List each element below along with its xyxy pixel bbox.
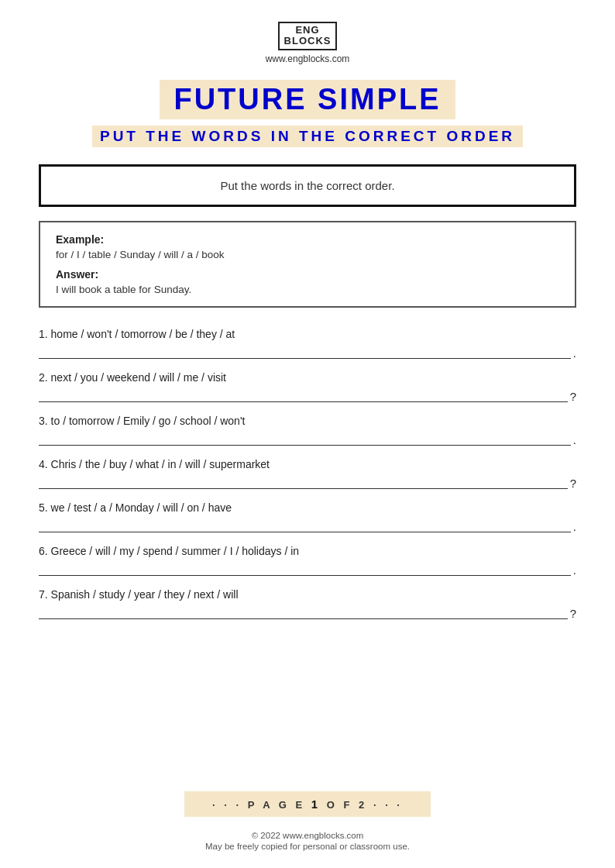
question-text-5: 5. we / test / a / Monday / will / on / …: [39, 501, 576, 514]
logo-line2: BLOCKS: [284, 36, 332, 46]
answer-line-1[interactable]: [39, 345, 571, 359]
main-title: FUTURE SIMPLE: [160, 80, 455, 119]
sub-title: PUT THE WORDS IN THE CORRECT ORDER: [92, 126, 523, 147]
answer-label: Answer:: [56, 268, 559, 281]
answer-text: I will book a table for Sunday.: [56, 284, 559, 295]
page-prefix: · · · P A G E: [212, 799, 305, 811]
example-label: Example:: [56, 233, 559, 246]
logo: ENG BLOCKS: [278, 22, 338, 50]
punctuation-4: ?: [570, 477, 576, 490]
page-current: 1: [311, 797, 321, 811]
punctuation-1: .: [573, 346, 576, 360]
answer-line-2[interactable]: [39, 388, 568, 402]
answer-line-7[interactable]: [39, 605, 568, 619]
logo-area: ENG BLOCKS www.engblocks.com: [266, 22, 350, 64]
answer-line-3[interactable]: [39, 432, 571, 446]
question-text-4: 4. Chris / the / buy / what / in / will …: [39, 458, 576, 470]
question-item: 7. Spanish / study / year / they / next …: [39, 588, 576, 619]
answer-line-row-6: .: [39, 562, 576, 576]
question-text-7: 7. Spanish / study / year / they / next …: [39, 588, 576, 601]
answer-line-row-4: ?: [39, 475, 576, 489]
page-of: O F: [327, 799, 353, 811]
punctuation-3: .: [573, 433, 576, 446]
question-text-6: 6. Greece / will / my / spend / summer /…: [39, 545, 576, 557]
instruction-text: Put the words in the correct order.: [220, 179, 394, 192]
punctuation-5: .: [573, 520, 576, 533]
answer-line-row-7: ?: [39, 605, 576, 619]
answer-line-row-5: .: [39, 518, 576, 532]
page-total: 2: [359, 799, 367, 811]
answer-line-5[interactable]: [39, 518, 571, 532]
answer-line-row-1: .: [39, 345, 576, 359]
punctuation-7: ?: [570, 607, 576, 620]
question-item: 1. home / won't / tomorrow / be / they /…: [39, 328, 576, 359]
example-words: for / I / table / Sunday / will / a / bo…: [56, 249, 559, 260]
punctuation-6: .: [573, 563, 576, 577]
logo-line1: ENG: [284, 25, 332, 36]
answer-line-row-2: ?: [39, 388, 576, 402]
question-text-3: 3. to / tomorrow / Emily / go / school /…: [39, 415, 576, 427]
question-item: 3. to / tomorrow / Emily / go / school /…: [39, 415, 576, 446]
answer-line-row-3: .: [39, 432, 576, 446]
question-text-2: 2. next / you / weekend / will / me / vi…: [39, 371, 576, 384]
question-item: 6. Greece / will / my / spend / summer /…: [39, 545, 576, 576]
question-item: 4. Chris / the / buy / what / in / will …: [39, 458, 576, 489]
answer-line-4[interactable]: [39, 475, 568, 489]
page-indicator: · · · P A G E 1 O F 2 · · ·: [184, 791, 431, 817]
website-url: www.engblocks.com: [266, 53, 350, 64]
footer-copyright: © 2022 www.engblocks.com: [205, 831, 410, 840]
question-item: 2. next / you / weekend / will / me / vi…: [39, 371, 576, 402]
questions-area: 1. home / won't / tomorrow / be / they /…: [39, 328, 576, 632]
footer: © 2022 www.engblocks.com May be freely c…: [205, 831, 410, 852]
instruction-box: Put the words in the correct order.: [39, 164, 576, 207]
page-suffix: · · ·: [373, 799, 403, 811]
footer-license: May be freely copied for personal or cla…: [205, 842, 410, 851]
answer-line-6[interactable]: [39, 562, 571, 576]
question-text-1: 1. home / won't / tomorrow / be / they /…: [39, 328, 576, 340]
example-box: Example: for / I / table / Sunday / will…: [39, 221, 576, 308]
punctuation-2: ?: [570, 390, 576, 403]
question-item: 5. we / test / a / Monday / will / on / …: [39, 501, 576, 532]
